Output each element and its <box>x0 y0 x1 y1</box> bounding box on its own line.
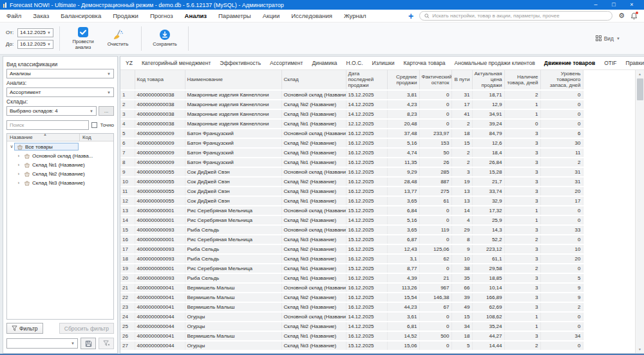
column-header-Дата последней продажи[interactable]: Дата последней продажи <box>346 70 387 90</box>
menu-item-Анализ[interactable]: Анализ <box>185 12 207 19</box>
column-header-row-number[interactable] <box>120 70 135 90</box>
table-row[interactable]: 84000000000009Батон ФранцузскийСклад №1 … <box>120 158 583 167</box>
tab-OTIF[interactable]: OTIF <box>604 60 616 66</box>
chevron-right-icon[interactable]: › <box>16 163 21 167</box>
tab-Карточка товара[interactable]: Карточка товара <box>403 60 445 66</box>
tab-Правки в заказах[interactable]: Правки в заказах <box>626 60 644 66</box>
tab-Эффективность[interactable]: Эффективность <box>220 60 261 66</box>
global-search[interactable] <box>419 11 612 21</box>
date-from-select[interactable]: 14.12.2025▼ <box>17 28 53 37</box>
table-row[interactable]: 34000000000038Макаронные изделия Каннелл… <box>120 109 583 119</box>
warehouses-more-button[interactable]: ... <box>99 106 114 116</box>
reset-filter-button[interactable]: Сбросить фильтр <box>59 323 114 334</box>
tree-item[interactable]: ›Склад №1 (Название) <box>7 160 113 169</box>
tree-header-name[interactable]: Название▲ <box>7 134 80 141</box>
table-row[interactable]: 104000000000055Сок ДиДжей СвэнСклад №2 (… <box>120 177 583 187</box>
table-row[interactable]: 194000000000001Рис Серебряная МельницаСк… <box>120 264 583 273</box>
table-row[interactable]: 224000000000041Вермишель МалышСклад №2 (… <box>120 293 583 302</box>
menu-item-Журнал[interactable]: Журнал <box>344 12 366 19</box>
column-header-Код товара[interactable]: Код товара <box>135 70 185 90</box>
table-row[interactable]: 184000000000093Рыба СельдьСклад №3 (Назв… <box>120 254 583 264</box>
bell-icon[interactable] <box>630 12 638 20</box>
table-row[interactable]: 134000000000001Рис Серебряная МельницаОс… <box>120 206 583 215</box>
warehouses-select[interactable]: Выбрано складов: 4▼ <box>6 106 97 116</box>
tree-item[interactable]: ›Склад №3 (Название) <box>7 178 113 187</box>
tab-YZ[interactable]: YZ <box>126 60 133 66</box>
close-button[interactable]: × <box>623 0 641 10</box>
tree-header-code[interactable]: Код <box>80 134 113 141</box>
table-row[interactable]: 114000000000055Сок ДиДжей СвэнСклад №3 (… <box>120 187 583 196</box>
chevron-right-icon[interactable]: › <box>16 181 21 185</box>
table-row[interactable]: 174000000000093Рыба СельдьСклад №2 (Назв… <box>120 244 583 254</box>
table-row[interactable]: 144000000000001Рис Серебряная МельницаСк… <box>120 215 583 225</box>
table-row[interactable]: 164000000000001Рис Серебряная МельницаСк… <box>120 235 583 244</box>
tab-Движение товаров[interactable]: Движение товаров <box>544 60 595 66</box>
column-header-Уровень товарного запаса, дней[interactable]: Уровень товарного запаса, дней <box>540 70 583 90</box>
chevron-down-icon[interactable]: ∨ <box>9 144 14 149</box>
menu-item-Балансировка[interactable]: Балансировка <box>61 12 101 19</box>
column-header-Фактический остаток[interactable]: Фактический остаток <box>419 70 451 90</box>
table-row[interactable]: 74000000000009Батон ФранцузскийСклад №3 … <box>120 148 583 158</box>
classification-select[interactable]: Анализы▼ <box>6 69 114 78</box>
table-row[interactable]: 64000000000009Батон ФранцузскийСклад №2 … <box>120 138 583 148</box>
column-header-Актуальная цена продажи[interactable]: Актуальная цена продажи <box>472 70 504 90</box>
view-button[interactable]: Вид ▼ <box>596 35 638 42</box>
column-header-В пути[interactable]: В пути <box>451 70 472 90</box>
table-row[interactable]: 124000000000055Сок ДиДжей СвэнСклад №1 (… <box>120 196 583 206</box>
table-row[interactable]: 204000000000093Рыба СельдьСклад №1 (Назв… <box>120 273 583 283</box>
table-row[interactable]: 244000000000044ОгурцыОсновной склад (Наз… <box>120 312 583 322</box>
save-preset-button[interactable] <box>80 338 96 349</box>
maximize-button[interactable]: □ <box>605 0 623 10</box>
clear-filter-button[interactable] <box>99 338 114 349</box>
gear-icon[interactable]: ⚙ <box>618 12 625 19</box>
table-row[interactable]: 254000000000044ОгурцыСклад №2 (Название)… <box>120 322 583 331</box>
exact-checkbox[interactable] <box>91 122 97 128</box>
table-row[interactable]: 24000000000038Макаронные изделия Каннелл… <box>120 100 583 109</box>
table-row[interactable]: 44000000000038Макаронные изделия Каннелл… <box>120 119 583 129</box>
table-row[interactable]: 94000000000055Сок ДиДжей СвэнОсновной ск… <box>120 167 583 177</box>
menu-item-Продажи[interactable]: Продажи <box>113 12 138 19</box>
tab-Категорийный менеджмент[interactable]: Категорийный менеджмент <box>142 60 211 66</box>
table-row[interactable]: 274000000000044ОгурцыСклад №3 (Название)… <box>120 341 583 350</box>
tab-Динамика[interactable]: Динамика <box>312 60 337 66</box>
tree-item[interactable]: ›Основной склад (Назва... <box>7 151 113 160</box>
chevron-right-icon[interactable]: › <box>16 172 21 176</box>
scrollbar-thumb[interactable] <box>637 78 643 100</box>
menu-item-Заказ[interactable]: Заказ <box>33 12 49 19</box>
tree-item[interactable]: ∨Все товары <box>7 142 113 151</box>
vertical-scrollbar[interactable]: ▲ ▼ <box>635 70 644 353</box>
scroll-up-icon[interactable]: ▲ <box>638 70 641 78</box>
minimize-button[interactable]: – <box>587 0 605 10</box>
tab-Излишки[interactable]: Излишки <box>372 60 395 66</box>
table-row[interactable]: 234000000000041Вермишель МалышСклад №3 (… <box>120 302 583 312</box>
column-header-Наименование[interactable]: Наименование <box>185 70 281 90</box>
menu-item-Прогноз[interactable]: Прогноз <box>150 12 173 19</box>
run-analysis-button[interactable]: Провести анализ <box>66 26 100 50</box>
column-header-Наличие товара, дней[interactable]: Наличие товара, дней <box>504 70 540 90</box>
menu-item-Файл[interactable]: Файл <box>6 12 21 19</box>
menu-item-Исследования[interactable]: Исследования <box>291 12 332 19</box>
date-to-select[interactable]: 16.12.2025▼ <box>17 40 53 49</box>
table-row[interactable]: 154000000000093Рыба СельдьОсновной склад… <box>120 225 583 235</box>
plus-icon[interactable]: + <box>408 12 413 21</box>
filter-button[interactable]: Фильтр <box>6 323 43 334</box>
table-row[interactable]: 264000000000041Вермишель МалышСклад №1 (… <box>120 331 583 341</box>
table-row[interactable]: 14000000000038Макаронные изделия Каннелл… <box>120 90 583 100</box>
menu-item-Параметры[interactable]: Параметры <box>218 12 251 19</box>
clear-button[interactable]: Очистить <box>100 29 135 47</box>
tab-Ассортимент[interactable]: Ассортимент <box>270 60 303 66</box>
tree-item[interactable]: ›Склад №2 (Название) <box>7 169 113 178</box>
chevron-right-icon[interactable]: › <box>16 154 21 158</box>
analysis-select[interactable]: Ассортимент▼ <box>6 87 114 97</box>
tab-Н.О.С.[interactable]: Н.О.С. <box>346 60 363 66</box>
menu-item-Акции[interactable]: Акции <box>263 12 280 19</box>
sidebar-search-input[interactable] <box>6 120 89 130</box>
tab-Аномальные продажи клиентов[interactable]: Аномальные продажи клиентов <box>455 60 535 66</box>
preset-select[interactable]: ▼ <box>6 338 78 349</box>
scroll-down-icon[interactable]: ▼ <box>638 345 641 353</box>
table-row[interactable]: 214000000000041Вермишель МалышОсновной с… <box>120 283 583 293</box>
column-header-Средние продажи[interactable]: Средние продажи <box>387 70 419 90</box>
column-header-Склад[interactable]: Склад <box>281 70 346 90</box>
global-search-input[interactable] <box>432 13 607 19</box>
save-button[interactable]: Сохранить <box>147 29 182 47</box>
